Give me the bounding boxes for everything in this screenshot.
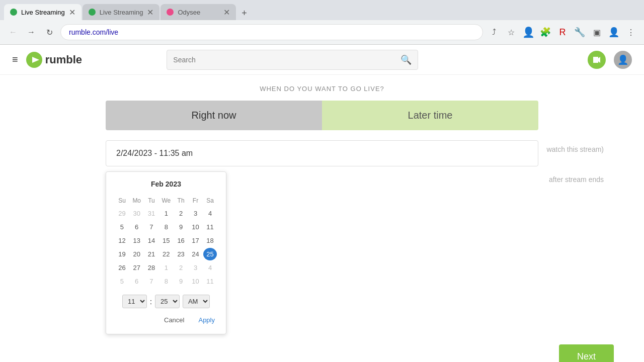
calendar-day[interactable]: 11 (203, 221, 217, 233)
calendar-day[interactable]: 4 (203, 207, 217, 220)
tab-label-3: Odysee (178, 9, 219, 16)
calendar-day[interactable]: 10 (189, 221, 202, 233)
extension-icon-3[interactable]: 🔧 (573, 25, 587, 39)
right-panel-stream: after stream ends (549, 175, 604, 184)
new-tab-button[interactable]: + (237, 6, 251, 20)
calendar-day[interactable]: 1 (159, 261, 173, 274)
ampm-select[interactable]: AMPM (183, 295, 210, 308)
tab-close-1[interactable]: ✕ (69, 8, 75, 17)
hour-select[interactable]: 123456789101112 (122, 295, 147, 308)
search-bar[interactable]: 🔍 (167, 50, 418, 70)
next-button[interactable]: Next (559, 344, 614, 362)
address-bar-row: ← → ↻ rumble.com/live ⤴ ☆ 👤 🧩 R 🔧 ▣ 👤 ⋮ (0, 20, 644, 44)
tab-label-2: Live Streaming (100, 9, 143, 16)
tab-favicon-2 (89, 9, 96, 16)
calendar-day[interactable]: 9 (174, 221, 188, 233)
time-options: Right now Later time (106, 101, 538, 130)
calendar-day[interactable]: 15 (159, 234, 173, 247)
tab-2[interactable]: Live Streaming ✕ (83, 4, 160, 20)
back-button[interactable]: ← (6, 25, 20, 39)
calendar-day[interactable]: 28 (144, 261, 158, 274)
calendar-day[interactable]: 27 (130, 261, 144, 274)
calendar-day[interactable]: 18 (203, 234, 217, 247)
toolbar-icons: ⤴ ☆ 👤 🧩 R 🔧 ▣ 👤 ⋮ (487, 25, 638, 39)
tab-3[interactable]: Odysee ✕ (160, 4, 236, 20)
calendar-day[interactable]: 10 (189, 275, 202, 288)
calendar-day[interactable]: 25 (203, 248, 217, 260)
calendar-actions: Cancel Apply (114, 312, 218, 326)
right-now-option[interactable]: Right now (106, 101, 322, 130)
next-button-container: Next (0, 334, 644, 362)
calendar-grid: Su Mo Tu We Th Fr Sa 2930311234567891011… (114, 194, 218, 289)
when-label: WHEN DO YOU WANT TO GO LIVE? (106, 85, 538, 93)
page: ≡ rumble 🔍 👤 WHEN DO YOU WANT TO GO LIVE… (0, 45, 644, 362)
calendar-day[interactable]: 2 (174, 207, 188, 220)
calendar-day[interactable]: 5 (115, 221, 129, 233)
time-colon: : (150, 298, 152, 306)
bookmark-icon[interactable]: ☆ (504, 25, 518, 39)
calendar-day[interactable]: 17 (189, 234, 202, 247)
share-icon[interactable]: ⤴ (487, 25, 501, 39)
tab-close-3[interactable]: ✕ (223, 8, 230, 17)
logo-text: rumble (45, 53, 82, 66)
tab-bar: Live Streaming ✕ Live Streaming ✕ Odysee… (0, 0, 644, 20)
calendar-day[interactable]: 11 (203, 275, 217, 288)
later-time-option[interactable]: Later time (322, 101, 538, 130)
tab-1[interactable]: Live Streaming ✕ (4, 4, 82, 20)
cancel-button[interactable]: Cancel (161, 314, 187, 326)
calendar-day[interactable]: 29 (115, 207, 129, 220)
calendar-day[interactable]: 6 (130, 275, 144, 288)
calendar-day[interactable]: 22 (159, 248, 173, 260)
calendar-day[interactable]: 14 (144, 234, 158, 247)
extension-icon-2[interactable]: R (555, 25, 570, 39)
user-avatar[interactable]: 👤 (614, 51, 632, 69)
calendar-day[interactable]: 21 (144, 248, 158, 260)
calendar-day[interactable]: 8 (159, 221, 173, 233)
logo-icon (26, 52, 42, 68)
calendar-day[interactable]: 1 (159, 207, 173, 220)
extension-icon-1[interactable]: 🧩 (538, 25, 552, 39)
profile-icon-1[interactable]: 👤 (521, 25, 535, 39)
minute-select[interactable]: 000510152025303540455055 (155, 295, 180, 308)
create-video-button[interactable] (588, 51, 606, 69)
col-mo: Mo (130, 195, 144, 206)
address-bar[interactable]: rumble.com/live (60, 24, 483, 40)
calendar-day[interactable]: 31 (144, 207, 158, 220)
top-nav: ≡ rumble 🔍 👤 (0, 45, 644, 75)
hamburger-menu[interactable]: ≡ (12, 54, 18, 65)
calendar-day[interactable]: 16 (174, 234, 188, 247)
search-input[interactable] (173, 56, 400, 64)
nav-right: 👤 (588, 51, 632, 69)
calendar-day[interactable]: 19 (115, 248, 129, 260)
calendar-day[interactable]: 5 (115, 275, 129, 288)
calendar-day[interactable]: 4 (203, 261, 217, 274)
calendar-day[interactable]: 30 (130, 207, 144, 220)
search-icon[interactable]: 🔍 (400, 54, 412, 65)
time-selectors: 123456789101112 : 0005101520253035404550… (114, 295, 218, 308)
calendar-day[interactable]: 3 (189, 261, 202, 274)
calendar-day[interactable]: 12 (115, 234, 129, 247)
calendar-day[interactable]: 20 (130, 248, 144, 260)
calendar-day[interactable]: 26 (115, 261, 129, 274)
calendar-day[interactable]: 2 (174, 261, 188, 274)
calendar-day[interactable]: 9 (174, 275, 188, 288)
logo[interactable]: rumble (26, 52, 82, 68)
apply-button[interactable]: Apply (195, 314, 218, 326)
forward-button[interactable]: → (24, 25, 38, 39)
profile-icon-2[interactable]: 👤 (607, 25, 621, 39)
calendar-day[interactable]: 7 (144, 275, 158, 288)
calendar-day[interactable]: 6 (130, 221, 144, 233)
calendar-day[interactable]: 7 (144, 221, 158, 233)
tab-close-2[interactable]: ✕ (147, 8, 153, 17)
main-content: WHEN DO YOU WANT TO GO LIVE? Right now L… (0, 75, 644, 362)
calendar-day[interactable]: 13 (130, 234, 144, 247)
more-menu[interactable]: ⋮ (624, 25, 638, 39)
reload-button[interactable]: ↻ (42, 25, 56, 39)
calendar-day[interactable]: 8 (159, 275, 173, 288)
calendar-day[interactable]: 23 (174, 248, 188, 260)
datetime-display[interactable]: 2/24/2023 - 11:35 am (106, 140, 538, 166)
calendar-day[interactable]: 24 (189, 248, 202, 260)
tab-favicon-3 (167, 9, 174, 16)
sidebar-toggle[interactable]: ▣ (590, 25, 604, 39)
calendar-day[interactable]: 3 (189, 207, 202, 220)
